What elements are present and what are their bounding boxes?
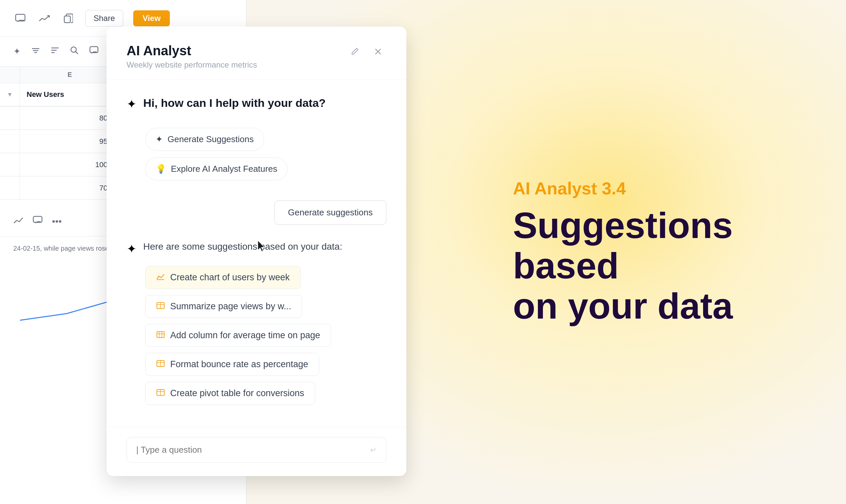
suggestions-intro: Here are some suggestions based on your …: [143, 241, 342, 252]
pivot-chip-icon: [156, 389, 165, 398]
question-input[interactable]: [136, 445, 365, 455]
chart-chip-icon: [156, 273, 165, 282]
edit-icon[interactable]: [347, 43, 363, 60]
svg-rect-21: [157, 331, 164, 338]
explore-features-chip[interactable]: 💡 Explore AI Analyst Features: [145, 158, 287, 180]
trending-icon[interactable]: [37, 11, 51, 25]
panel-subtitle: Weekly website performance metrics: [127, 60, 257, 70]
send-icon[interactable]: ↵: [370, 445, 377, 455]
view-button[interactable]: View: [133, 10, 170, 26]
panel-input-area: ↵: [107, 427, 406, 476]
col-arrow: ▼: [0, 83, 20, 106]
panel-header: AI Analyst Weekly website performance me…: [107, 26, 406, 80]
col-e-header: New Users ▼: [20, 83, 120, 106]
percent-chip-icon: [156, 360, 165, 369]
ai-spark-icon: ✦: [127, 97, 137, 111]
generate-suggestions-chip[interactable]: ✦ Generate Suggestions: [145, 128, 264, 151]
svg-rect-1: [64, 16, 70, 23]
svg-line-9: [76, 52, 78, 54]
chat-icon[interactable]: [89, 46, 99, 57]
table-chip-icon-1: [156, 302, 165, 311]
generate-suggestions-button[interactable]: Generate suggestions: [275, 200, 386, 225]
sparkle-chip-icon: ✦: [156, 134, 163, 144]
comment-icon-2[interactable]: [33, 216, 42, 227]
hero-tag: AI Analyst 3.4: [513, 178, 813, 198]
ai-panel: AI Analyst Weekly website performance me…: [107, 26, 406, 476]
sparkle-icon[interactable]: ✦: [13, 46, 21, 57]
suggestion-format-bounce[interactable]: Format bounce rate as percentage: [145, 353, 319, 376]
ai-spark-icon-2: ✦: [127, 242, 137, 256]
suggestion-pivot-table[interactable]: Create pivot table for conversions: [145, 382, 315, 405]
copy-icon[interactable]: [61, 11, 75, 25]
hero-version: 3.4: [602, 179, 626, 198]
svg-point-8: [71, 47, 76, 52]
close-icon[interactable]: [370, 43, 386, 60]
suggestions-section: ✦ Here are some suggestions based on you…: [127, 241, 386, 405]
suggestion-add-column[interactable]: Add column for average time on page: [145, 324, 331, 347]
panel-content: ✦ Hi, how can I help with your data? ✦ G…: [107, 80, 406, 427]
sort-icon[interactable]: [51, 46, 59, 57]
hero-title: Suggestions based on your data: [513, 205, 813, 326]
suggestion-chips-list: Create chart of users by week Summarize …: [127, 266, 386, 405]
initial-chips: ✦ Generate Suggestions 💡 Explore AI Anal…: [127, 128, 386, 180]
bulb-chip-icon: 💡: [156, 164, 166, 174]
search-icon[interactable]: [70, 46, 78, 57]
columns-chip-icon: [156, 331, 165, 340]
hero-area: AI Analyst 3.4 Suggestions based on your…: [513, 178, 813, 326]
share-button[interactable]: Share: [85, 10, 123, 26]
comment-icon[interactable]: [13, 11, 27, 25]
more-icon-2[interactable]: •••: [52, 216, 61, 227]
greeting-row: ✦ Hi, how can I help with your data?: [127, 96, 386, 111]
greeting-text: Hi, how can I help with your data?: [143, 96, 326, 109]
suggestion-chart-users[interactable]: Create chart of users by week: [145, 266, 301, 289]
chart-icon[interactable]: [13, 216, 23, 227]
input-row[interactable]: ↵: [127, 437, 386, 463]
col-e-label: E: [20, 67, 120, 83]
suggestion-summarize-views[interactable]: Summarize page views by w...: [145, 295, 302, 318]
filter-icon[interactable]: [31, 46, 40, 57]
panel-title: AI Analyst: [127, 43, 257, 58]
